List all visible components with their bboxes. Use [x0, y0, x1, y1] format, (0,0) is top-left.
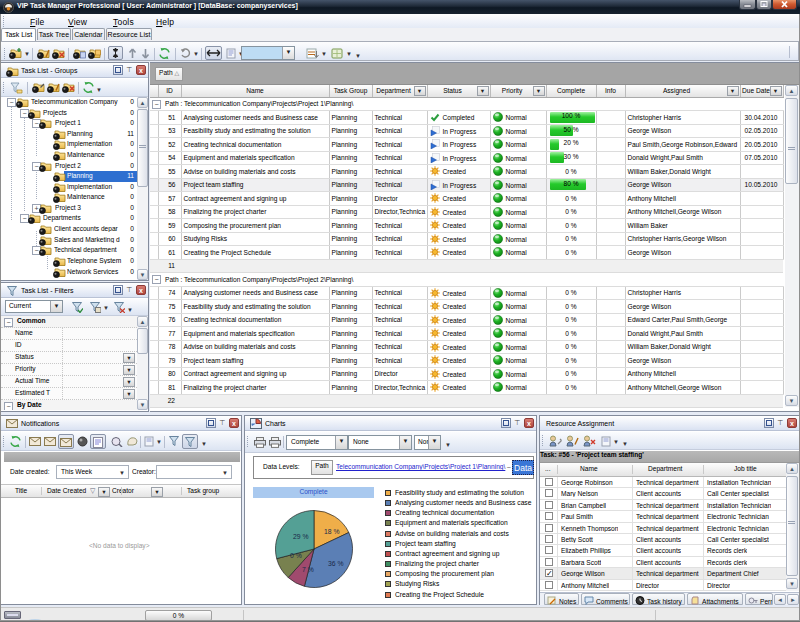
- svg-text:36 %: 36 %: [328, 560, 344, 567]
- svg-text:29 %: 29 %: [293, 533, 309, 540]
- svg-text:18 %: 18 %: [324, 528, 340, 535]
- svg-text:0 %: 0 %: [290, 552, 302, 559]
- svg-text:7 %: 7 %: [302, 566, 314, 573]
